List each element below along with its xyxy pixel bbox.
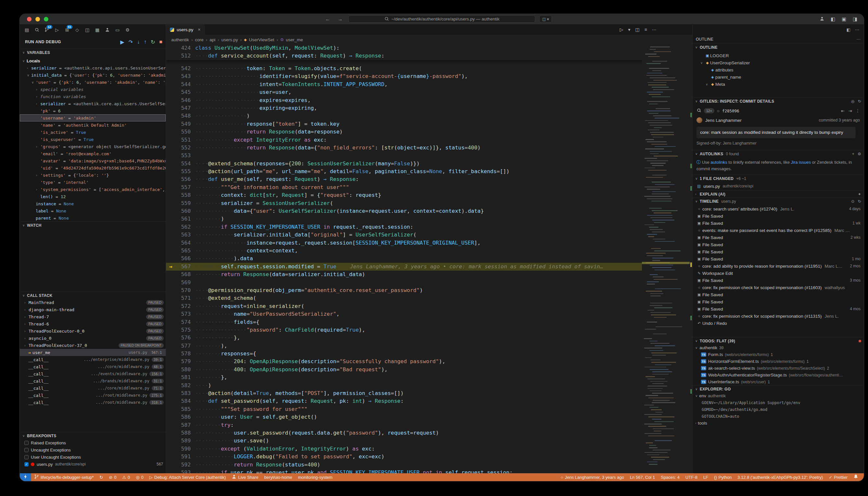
timeline-item[interactable]: ▣File Saved1 wk [693, 220, 864, 227]
refresh-icon[interactable]: ↻ [858, 99, 861, 104]
step-into-icon[interactable]: ↓ [137, 39, 140, 45]
breakpoint-row[interactable]: User Uncaught Exceptions [20, 453, 166, 461]
variable-row[interactable]: ∨'user' = {'pk': 6, 'username': 'akadmin… [20, 79, 166, 86]
code-line[interactable]: 559········serializer = SessionUserSeria… [166, 199, 692, 207]
tab-users-py[interactable]: users.py × [166, 25, 205, 35]
variable-row[interactable]: 'name' = 'authentik Default Admin' [20, 122, 166, 129]
code-line[interactable]: 549················response["token"] = t… [166, 120, 692, 128]
layout-control-button[interactable]: ◫ ▾ [539, 15, 552, 23]
breadcrumb-item[interactable]: users.py [221, 37, 238, 42]
extensions-icon[interactable]: ⊞51 [63, 25, 72, 34]
variable-row[interactable]: 'is_active' = True [20, 129, 166, 136]
gitlens-section-header[interactable]: ∨ GITLENS: INSPECT: COMMIT DETAILS ◎↻ [693, 97, 864, 105]
status-item[interactable]: LF [700, 473, 711, 481]
timeline-item[interactable]: ✎Workspace Edit [693, 269, 864, 277]
todos-root-row[interactable]: ∨authentik39 [693, 344, 864, 351]
watch-section-header[interactable]: ∨ WATCH [20, 221, 166, 229]
code-line[interactable]: 569 [166, 279, 692, 286]
callstack-frame-row[interactable]: __call__.../events/middleware.py156:1 [20, 370, 166, 377]
todos-file-row[interactable]: TSForm.ts(web/src/elements/forms)1 [693, 351, 864, 358]
close-icon[interactable]: × [198, 27, 200, 32]
timeline-item[interactable]: ○core: fix permission check for scoped i… [693, 312, 864, 320]
continue-icon[interactable]: ▶ [120, 39, 124, 45]
timeline-item[interactable]: ▣File Saved [693, 298, 864, 305]
status-item[interactable]: Spaces: 4 [658, 473, 682, 481]
code-line[interactable]: 565················context=context, [166, 247, 692, 255]
variable-row[interactable]: label = None [20, 207, 166, 214]
timeline-item[interactable]: ○core: search users' attributes (#12740)… [693, 205, 864, 213]
code-line[interactable]: 551············except IntegrityError as … [166, 136, 692, 144]
status-item[interactable]: 3.12.8 ('authentik-xEAhpGPh-py3.12': Poe… [734, 473, 826, 481]
go-tree-node[interactable]: ›tools [693, 420, 864, 427]
database-icon[interactable]: ▦ [93, 25, 102, 34]
explain-ai-section-header[interactable]: › EXPLAIN (AI) ✦ [693, 190, 864, 198]
timeline-item[interactable]: ↶Undo / Redo [693, 320, 864, 327]
sticky-code-line[interactable]: 424class UserViewSet(UsedByMixin, ModelV… [166, 44, 692, 52]
commit-hash[interactable]: f285096 [722, 108, 739, 113]
code-line[interactable]: 548················) [166, 112, 692, 120]
run-debug-icon[interactable]: ▷ [52, 25, 61, 34]
breakpoint-row[interactable]: Raised Exceptions [20, 439, 166, 446]
explorer-icon[interactable]: ▤ [22, 25, 31, 34]
changed-file-row[interactable]: ▤ users.py authentik/core/api [693, 182, 864, 190]
variable-row[interactable]: 'avatar' = 'data:image/svg+xml;base64,PH… [20, 157, 166, 164]
restart-icon[interactable]: ↻ [151, 39, 155, 45]
variable-row[interactable]: ›'settings' = {'locale': ''} [20, 171, 166, 179]
code-line[interactable]: 555····@action(url_path="me", url_name="… [166, 168, 692, 175]
code-line[interactable]: 588············user.set_password(request… [166, 429, 692, 437]
code-line[interactable]: 586········user: User = self.get_object(… [166, 413, 692, 421]
callstack-thread-row[interactable]: ›django-main-threadPAUSED [20, 306, 166, 313]
timeline-item[interactable]: ▣File Saved1 mo [693, 255, 864, 262]
code-line[interactable]: 558········context: dict[str, Request] =… [166, 191, 692, 199]
variable-row[interactable]: 'email' = 'root@example.com' [20, 150, 166, 157]
status-item[interactable]: beryl/uio-home [261, 473, 295, 481]
code-line[interactable]: 561········) [166, 215, 692, 223]
back-icon[interactable]: ← [325, 16, 330, 22]
callstack-thread-row[interactable]: ›asyncio_0PAUSED [20, 335, 166, 342]
variable-row[interactable]: ∨Locals [20, 57, 166, 64]
code-line[interactable]: 568········return Response(data=serializ… [166, 270, 692, 278]
timeline-section-header[interactable]: ∨ TIMELINE users.py ⊙↻ [693, 198, 864, 205]
status-item-warning[interactable]: ⚠0 [119, 473, 133, 481]
split-editor-icon[interactable]: ◫ [635, 27, 640, 32]
callstack-thread-row[interactable]: ›Thread-6PAUSED [20, 320, 166, 327]
code-line[interactable]: 562········if SESSION_KEY_IMPERSONATE_US… [166, 223, 692, 231]
variable-row[interactable]: ∨initial_data = {'user': {'pk': 6, 'user… [20, 72, 166, 79]
outline-item[interactable]: ∨◆UserGroupSerializer [693, 59, 864, 66]
code-line[interactable]: 580············400: OpenApiResponse(desc… [166, 366, 692, 374]
breadcrumb-item[interactable]: UserViewSet [249, 37, 275, 42]
timeline-item[interactable]: ▣File Saved [693, 291, 864, 298]
layout-sidebar-left-icon[interactable]: ◧ [830, 16, 836, 22]
timeline-item[interactable]: ▣File Saved2 wks [693, 234, 864, 241]
more-icon[interactable]: ⋮ [856, 108, 860, 113]
go-env-row[interactable]: GOTOOLCHAIN=auto [693, 413, 864, 420]
callstack-frame-row[interactable]: __call__.../core/middleware.py48:1 [20, 363, 166, 370]
code-line[interactable]: 581········}, [166, 374, 692, 381]
code-line[interactable]: 552················return Response(data=… [166, 144, 692, 152]
go-env-row[interactable]: GOMOD=~/dev/authentik/go.mod [693, 406, 864, 413]
code-line[interactable]: 592············return Response(status=40… [166, 461, 692, 469]
code-line[interactable]: 542················token: Token = Token.… [166, 65, 692, 73]
timeline-item[interactable]: ▣File Saved [693, 241, 864, 248]
run-icon[interactable]: ▷ [620, 27, 623, 32]
code-line[interactable]: 547····················expiring=expiring… [166, 104, 692, 112]
breadcrumb-item[interactable]: user_me [286, 37, 303, 42]
callstack-thread-row[interactable]: ›Thread-7PAUSED [20, 313, 166, 320]
code-line[interactable]: →567········self.request.session.modifie… [166, 263, 692, 270]
code-line[interactable]: 554····@extend_schema(responses={200: Se… [166, 160, 692, 168]
code-line[interactable]: 577········), [166, 342, 692, 350]
more-actions-icon[interactable]: ⋯ [855, 27, 859, 32]
code-line[interactable]: 578········responses={ [166, 350, 692, 358]
code-line[interactable]: 563············serializer.initial_data["… [166, 231, 692, 239]
code-line[interactable]: 570····@permission_required(obj_perm="au… [166, 286, 692, 294]
minimap[interactable] [642, 44, 689, 473]
checkbox[interactable] [25, 441, 29, 445]
forward-icon[interactable]: → [338, 16, 343, 22]
status-item-sync[interactable]: ↻ [96, 473, 106, 481]
overview-ruler[interactable] [689, 44, 692, 473]
callstack-thread-row[interactable]: ›ThreadPoolExecutor-0_0PAUSED [20, 327, 166, 335]
step-out-icon[interactable]: ↑ [144, 39, 146, 45]
variables-section-header[interactable]: ∨ VARIABLES [20, 49, 166, 56]
callstack-thread-row[interactable]: ›MainThreadPAUSED [20, 299, 166, 306]
code-line[interactable]: 560············data={"user": UserSelfSer… [166, 207, 692, 215]
